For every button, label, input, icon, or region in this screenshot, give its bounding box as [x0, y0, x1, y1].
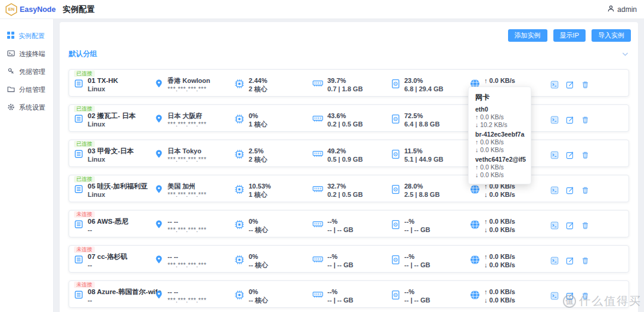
ram-percent: --%	[327, 288, 353, 296]
location-pin-icon	[154, 79, 163, 91]
sidebar-item-label: 凭据管理	[19, 67, 45, 76]
location-pin-icon	[154, 114, 163, 126]
cpu-cores: 1 核心	[249, 190, 271, 199]
ram-cell: --% -- | -- GB	[312, 217, 391, 234]
terminal-action-icon[interactable]	[550, 257, 559, 265]
instance-card[interactable]: 已连接 02 搬瓦工- 日本 Linux 日本 大阪府 ***.***.***.…	[69, 104, 629, 132]
net-up: ↑ 0.0 KB/s	[484, 252, 515, 261]
ram-cell: --% -- | -- GB	[312, 252, 391, 269]
logo-text: EN	[5, 3, 17, 16]
terminal-action-icon[interactable]	[550, 186, 559, 194]
cpu-icon	[234, 114, 244, 126]
ram-cell: 32.7% 0.2 | 0.5 GB	[312, 182, 391, 199]
cpu-cell: 2.5% 2 核心	[234, 147, 312, 163]
instance-os: Linux	[88, 120, 136, 128]
net-down: ↓ 0.0 KB/s	[484, 225, 515, 234]
delete-icon[interactable]	[581, 292, 589, 300]
status-badge: 已连接	[74, 176, 95, 183]
instance-location: 日本 Tokyo	[168, 147, 206, 155]
cpu-cores: -- 核心	[249, 261, 268, 269]
ram-percent: 39.7%	[327, 76, 363, 85]
sidebar-item-label: 连接终端	[19, 50, 45, 58]
actions-cell	[549, 116, 624, 124]
ram-usage: -- | -- GB	[327, 225, 353, 234]
instance-card[interactable]: 已连接 05 哇沃-加利福利亚 Linux 美国 加州 ***.***.***.…	[69, 175, 629, 202]
terminal-action-icon[interactable]	[550, 151, 559, 159]
tooltip-interface: vethc6417e2@if5 ↑ 0.0 KB/s ↓ 0.0 KB/s	[475, 156, 524, 179]
instance-card[interactable]: 未连接 06 AWS-悉尼 -- -- -- ***.***.***.***	[69, 210, 629, 237]
instance-card[interactable]: 已连接 01 TX-HK Linux 香港 Kowloon ***.***.**…	[69, 69, 629, 97]
net-down: ↓ 0.0 KB/s	[484, 190, 515, 199]
edit-icon[interactable]	[566, 221, 574, 230]
net-cell: ↑ 0.0 KB/s ↓ 0.0 KB/s	[470, 217, 549, 234]
disk-icon	[391, 79, 400, 91]
logo-hexagon-icon: EN	[5, 3, 17, 16]
tooltip-interface: br-412ec3eebf7a ↑ 0.0 KB/s ↓ 0.0 KB/s	[475, 131, 524, 154]
user-name: admin	[617, 5, 637, 14]
terminal-action-icon[interactable]	[550, 81, 559, 89]
disk-percent: 28.0%	[404, 182, 439, 190]
group-header[interactable]: 默认分组	[60, 48, 638, 59]
brand-name: EasyNode	[20, 5, 55, 14]
disk-icon	[391, 220, 400, 232]
network-globe-icon	[470, 255, 480, 267]
interface-name: br-412ec3eebf7a	[475, 131, 524, 138]
delete-icon[interactable]	[581, 151, 589, 159]
status-badge: 未连接	[74, 211, 95, 218]
ram-usage: -- | -- GB	[327, 296, 353, 304]
disk-percent: --%	[404, 217, 430, 225]
server-icon	[74, 79, 83, 91]
chevron-down-icon[interactable]	[622, 48, 628, 59]
instance-row: 01 TX-HK Linux 香港 Kowloon ***.***.***.**…	[69, 70, 628, 96]
sidebar-item-instances[interactable]: 实例配置	[0, 27, 53, 45]
ram-usage: -- | -- GB	[327, 261, 353, 269]
user-menu[interactable]: admin	[607, 0, 637, 19]
add-instance-button[interactable]: 添加实例	[508, 29, 547, 42]
delete-icon[interactable]	[581, 116, 589, 124]
cpu-icon	[234, 290, 244, 302]
instance-location: 香港 Kowloon	[168, 76, 210, 85]
status-badge: 未连接	[74, 282, 95, 288]
cpu-cell: 0% 1 核心	[234, 112, 312, 128]
instance-card[interactable]: 未连接 08 Azure-韩国首尔-wife -- -- -- ***.***.…	[69, 280, 629, 308]
instance-card[interactable]: 未连接 07 cc-洛杉矶 -- -- -- ***.***.***.***	[69, 245, 629, 273]
ram-icon	[312, 185, 323, 196]
edit-icon[interactable]	[566, 151, 574, 159]
instance-card[interactable]: 已连接 03 甲骨文-日本 Linux 日本 Tokyo ***.***.***…	[69, 140, 629, 167]
sidebar-item-terminal[interactable]: 连接终端	[0, 45, 53, 63]
instance-ip: ***.***.***.***	[168, 120, 206, 128]
ram-cell: 43.6% 0.2 | 0.5 GB	[312, 112, 391, 128]
import-instance-button[interactable]: 导入实例	[592, 29, 631, 42]
net-down: ↓ 0.0 KB/s	[484, 296, 515, 304]
name-cell: 05 哇沃-加利福利亚 Linux	[74, 182, 154, 199]
edit-icon[interactable]	[566, 81, 574, 89]
delete-icon[interactable]	[581, 257, 589, 265]
edit-icon[interactable]	[566, 257, 574, 265]
ram-cell: --% -- | -- GB	[312, 288, 391, 304]
terminal-action-icon[interactable]	[550, 221, 559, 230]
instance-location: 美国 加州	[168, 182, 206, 190]
main-area: 添加实例 显示IP 导入实例 默认分组 已连接 01 TX-HK Linux	[54, 19, 644, 312]
terminal-action-icon[interactable]	[550, 292, 559, 300]
edit-icon[interactable]	[566, 116, 574, 124]
delete-icon[interactable]	[581, 221, 589, 230]
sidebar-item-credentials[interactable]: 凭据管理	[0, 63, 53, 81]
instance-list: 已连接 01 TX-HK Linux 香港 Kowloon ***.***.**…	[60, 69, 638, 312]
delete-icon[interactable]	[581, 186, 589, 194]
location-cell: -- -- ***.***.***.***	[154, 252, 234, 269]
delete-icon[interactable]	[581, 81, 589, 89]
terminal-action-icon[interactable]	[550, 116, 559, 124]
disk-cell: 23.0% 6.8 | 29.4 GB	[391, 76, 470, 93]
disk-percent: 72.5%	[404, 112, 439, 120]
sidebar-item-groups[interactable]: 分组管理	[0, 81, 53, 98]
edit-icon[interactable]	[566, 292, 574, 300]
cpu-cell: 0% -- 核心	[234, 217, 312, 234]
sidebar-item-settings[interactable]: 系统设置	[0, 98, 53, 116]
net-up: ↑ 0.0 KB/s	[484, 217, 515, 225]
key-icon	[7, 67, 15, 76]
disk-usage: -- | -- GB	[404, 296, 430, 304]
show-ip-button[interactable]: 显示IP	[553, 29, 586, 42]
status-badge: 未连接	[74, 246, 95, 253]
edit-icon[interactable]	[566, 186, 574, 194]
interface-upload: ↑ 0.0 KB/s	[475, 138, 524, 146]
